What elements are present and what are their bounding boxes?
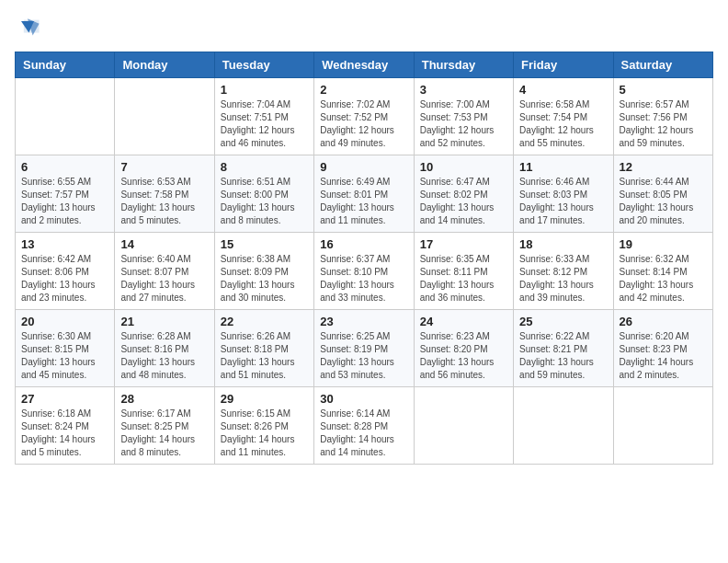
calendar-cell: 2Sunrise: 7:02 AM Sunset: 7:52 PM Daylig… [314,78,414,155]
day-number: 12 [620,160,707,174]
calendar-cell: 6Sunrise: 6:55 AM Sunset: 7:57 PM Daylig… [16,155,115,233]
day-info: Sunrise: 6:35 AM Sunset: 8:11 PM Dayligh… [420,253,507,304]
day-number: 20 [21,315,108,328]
day-info: Sunrise: 6:46 AM Sunset: 8:03 PM Dayligh… [519,176,607,227]
day-info: Sunrise: 6:38 AM Sunset: 8:09 PM Dayligh… [221,253,308,304]
calendar-day-header: Saturday [613,52,712,78]
day-number: 23 [320,315,407,328]
day-info: Sunrise: 6:32 AM Sunset: 8:14 PM Dayligh… [620,253,707,304]
calendar-cell: 24Sunrise: 6:23 AM Sunset: 8:20 PM Dayli… [414,310,513,387]
day-number: 6 [21,160,108,174]
day-info: Sunrise: 6:33 AM Sunset: 8:12 PM Dayligh… [519,253,607,304]
day-number: 2 [320,83,407,97]
day-info: Sunrise: 7:00 AM Sunset: 7:53 PM Dayligh… [420,98,507,150]
calendar-cell: 3Sunrise: 7:00 AM Sunset: 7:53 PM Daylig… [414,78,513,155]
day-info: Sunrise: 6:44 AM Sunset: 8:05 PM Dayligh… [620,176,707,227]
calendar-cell: 30Sunrise: 6:14 AM Sunset: 8:28 PM Dayli… [314,387,414,465]
day-info: Sunrise: 6:15 AM Sunset: 8:26 PM Dayligh… [221,408,308,459]
calendar-day-header: Sunday [16,52,115,78]
calendar-cell: 1Sunrise: 7:04 AM Sunset: 7:51 PM Daylig… [214,78,313,155]
day-number: 18 [519,237,607,251]
calendar-cell: 18Sunrise: 6:33 AM Sunset: 8:12 PM Dayli… [514,233,613,310]
day-info: Sunrise: 6:51 AM Sunset: 8:00 PM Dayligh… [221,176,308,227]
calendar-header-row: SundayMondayTuesdayWednesdayThursdayFrid… [16,52,713,78]
calendar-cell: 27Sunrise: 6:18 AM Sunset: 8:24 PM Dayli… [16,387,115,465]
calendar-day-header: Friday [514,52,613,78]
day-number: 11 [519,160,607,174]
calendar-week-row: 27Sunrise: 6:18 AM Sunset: 8:24 PM Dayli… [16,387,713,465]
calendar-cell: 13Sunrise: 6:42 AM Sunset: 8:06 PM Dayli… [16,233,115,310]
calendar-cell: 9Sunrise: 6:49 AM Sunset: 8:01 PM Daylig… [314,155,414,233]
day-info: Sunrise: 6:23 AM Sunset: 8:20 PM Dayligh… [420,330,507,382]
calendar-day-header: Monday [115,52,214,78]
day-info: Sunrise: 6:20 AM Sunset: 8:23 PM Dayligh… [620,330,707,382]
calendar-cell: 7Sunrise: 6:53 AM Sunset: 7:58 PM Daylig… [115,155,214,233]
calendar-day-header: Tuesday [214,52,313,78]
calendar-week-row: 1Sunrise: 7:04 AM Sunset: 7:51 PM Daylig… [16,78,713,155]
day-number: 7 [120,160,208,174]
calendar-cell [16,78,115,155]
day-number: 30 [320,392,407,406]
logo [15,15,44,40]
calendar-day-header: Thursday [414,52,513,78]
calendar-cell: 28Sunrise: 6:17 AM Sunset: 8:25 PM Dayli… [115,387,214,465]
day-info: Sunrise: 6:40 AM Sunset: 8:07 PM Dayligh… [120,253,208,304]
calendar-cell: 29Sunrise: 6:15 AM Sunset: 8:26 PM Dayli… [214,387,313,465]
calendar-week-row: 6Sunrise: 6:55 AM Sunset: 7:57 PM Daylig… [16,155,713,233]
day-number: 10 [420,160,507,174]
calendar-day-header: Wednesday [314,52,414,78]
day-info: Sunrise: 6:14 AM Sunset: 8:28 PM Dayligh… [320,408,407,459]
calendar-cell: 25Sunrise: 6:22 AM Sunset: 8:21 PM Dayli… [514,310,613,387]
calendar-cell: 16Sunrise: 6:37 AM Sunset: 8:10 PM Dayli… [314,233,414,310]
day-number: 14 [120,237,208,251]
calendar-cell: 12Sunrise: 6:44 AM Sunset: 8:05 PM Dayli… [613,155,712,233]
calendar-cell: 15Sunrise: 6:38 AM Sunset: 8:09 PM Dayli… [214,233,313,310]
day-number: 29 [221,392,308,406]
calendar-week-row: 13Sunrise: 6:42 AM Sunset: 8:06 PM Dayli… [16,233,713,310]
calendar-cell: 19Sunrise: 6:32 AM Sunset: 8:14 PM Dayli… [613,233,712,310]
calendar-cell [613,387,712,465]
day-info: Sunrise: 6:22 AM Sunset: 8:21 PM Dayligh… [519,330,607,382]
calendar-cell [514,387,613,465]
calendar-week-row: 20Sunrise: 6:30 AM Sunset: 8:15 PM Dayli… [16,310,713,387]
day-info: Sunrise: 6:55 AM Sunset: 7:57 PM Dayligh… [21,176,108,227]
day-info: Sunrise: 6:18 AM Sunset: 8:24 PM Dayligh… [21,408,108,459]
day-number: 26 [620,315,707,328]
day-number: 9 [320,160,407,174]
day-number: 22 [221,315,308,328]
day-info: Sunrise: 6:58 AM Sunset: 7:54 PM Dayligh… [519,98,607,150]
day-info: Sunrise: 6:30 AM Sunset: 8:15 PM Dayligh… [21,330,108,382]
day-number: 8 [221,160,308,174]
day-info: Sunrise: 6:26 AM Sunset: 8:18 PM Dayligh… [221,330,308,382]
calendar-cell: 26Sunrise: 6:20 AM Sunset: 8:23 PM Dayli… [613,310,712,387]
calendar-cell: 17Sunrise: 6:35 AM Sunset: 8:11 PM Dayli… [414,233,513,310]
calendar-cell: 14Sunrise: 6:40 AM Sunset: 8:07 PM Dayli… [115,233,214,310]
day-info: Sunrise: 6:42 AM Sunset: 8:06 PM Dayligh… [21,253,108,304]
day-info: Sunrise: 6:37 AM Sunset: 8:10 PM Dayligh… [320,253,407,304]
day-number: 13 [21,237,108,251]
day-number: 21 [120,315,208,328]
day-info: Sunrise: 6:17 AM Sunset: 8:25 PM Dayligh… [120,408,208,459]
day-number: 1 [221,83,308,97]
day-number: 25 [519,315,607,328]
day-info: Sunrise: 6:49 AM Sunset: 8:01 PM Dayligh… [320,176,407,227]
calendar-cell: 8Sunrise: 6:51 AM Sunset: 8:00 PM Daylig… [214,155,313,233]
day-number: 24 [420,315,507,328]
day-info: Sunrise: 6:47 AM Sunset: 8:02 PM Dayligh… [420,176,507,227]
calendar-cell: 5Sunrise: 6:57 AM Sunset: 7:56 PM Daylig… [613,78,712,155]
logo-icon [15,15,40,40]
day-number: 3 [420,83,507,97]
day-number: 19 [620,237,707,251]
day-number: 17 [420,237,507,251]
calendar-cell: 11Sunrise: 6:46 AM Sunset: 8:03 PM Dayli… [514,155,613,233]
day-info: Sunrise: 7:02 AM Sunset: 7:52 PM Dayligh… [320,98,407,150]
day-info: Sunrise: 6:25 AM Sunset: 8:19 PM Dayligh… [320,330,407,382]
day-number: 15 [221,237,308,251]
day-info: Sunrise: 6:53 AM Sunset: 7:58 PM Dayligh… [120,176,208,227]
calendar-cell: 4Sunrise: 6:58 AM Sunset: 7:54 PM Daylig… [514,78,613,155]
calendar-cell: 20Sunrise: 6:30 AM Sunset: 8:15 PM Dayli… [16,310,115,387]
day-number: 28 [120,392,208,406]
calendar-cell: 10Sunrise: 6:47 AM Sunset: 8:02 PM Dayli… [414,155,513,233]
calendar-cell: 22Sunrise: 6:26 AM Sunset: 8:18 PM Dayli… [214,310,313,387]
calendar-cell: 23Sunrise: 6:25 AM Sunset: 8:19 PM Dayli… [314,310,414,387]
